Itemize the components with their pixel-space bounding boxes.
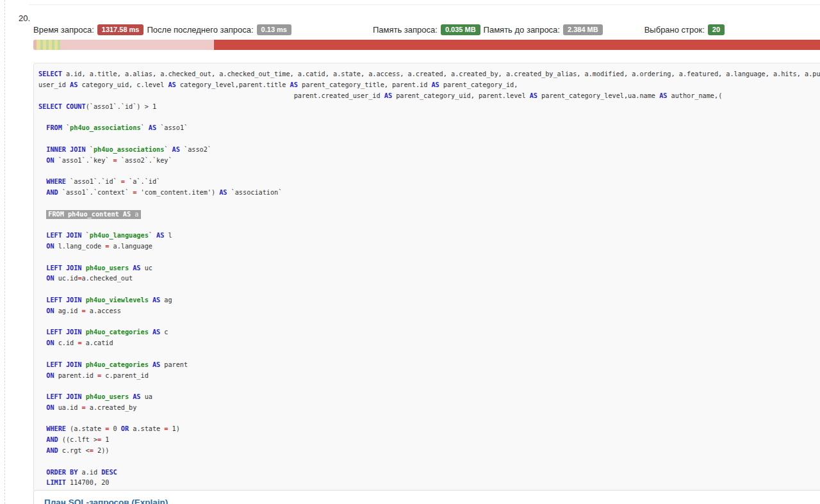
sql-line bbox=[38, 349, 820, 360]
metric: Время запроса:1317.58 ms bbox=[33, 24, 144, 35]
explain-panel: План SQL-запросов (Explain) bbox=[33, 490, 820, 504]
metric-badge: 2.384 MB bbox=[563, 24, 603, 35]
metrics-row: Время запроса:1317.58 msПосле последнего… bbox=[33, 24, 728, 35]
sql-line: LEFT JOIN `ph4uo_languages` AS l bbox=[38, 231, 820, 241]
sql-line: FROM `ph4uo_associations` AS `asso1` bbox=[38, 123, 820, 134]
sql-line bbox=[38, 252, 820, 263]
metric-label: После последнего запроса: bbox=[147, 25, 253, 35]
sql-code-block: SELECT a.id, a.title, a.alias, a.checked… bbox=[33, 63, 820, 492]
metric-badge: 0.13 ms bbox=[257, 24, 291, 35]
metric: Выбрано строк:20 bbox=[644, 24, 725, 35]
sql-line: parent.created_user_id AS parent_categor… bbox=[38, 91, 820, 102]
sql-line bbox=[38, 166, 820, 177]
sql-line: ON uc.id=a.checked_out bbox=[38, 273, 820, 284]
metric-label: Выбрано строк: bbox=[644, 25, 705, 35]
metric: Память запроса:0.035 MB bbox=[373, 24, 480, 35]
bar-segment bbox=[214, 40, 820, 50]
sql-line bbox=[38, 220, 820, 231]
sql-line bbox=[38, 284, 820, 295]
sql-line: ON `asso1`.`key` = `asso2`.`key` bbox=[38, 156, 820, 167]
sql-line: LEFT JOIN ph4uo_viewlevels AS ag bbox=[38, 295, 820, 306]
sql-line: AND ((c.lft >= 1 bbox=[38, 435, 820, 446]
sql-line: ORDER BY a.id DESC bbox=[38, 467, 820, 478]
sql-line: LEFT JOIN ph4uo_categories AS parent bbox=[38, 360, 820, 371]
sql-line: ON parent.id = c.parent_id bbox=[38, 371, 820, 382]
sql-line bbox=[38, 112, 820, 123]
sql-line bbox=[38, 414, 820, 425]
debug-query-entry: 20. Время запроса:1317.58 msПосле послед… bbox=[0, 0, 820, 504]
metric-label: Время запроса: bbox=[33, 25, 94, 35]
metric-label: Память запроса: bbox=[373, 25, 438, 35]
explain-toggle-link[interactable]: План SQL-запросов (Explain) bbox=[44, 498, 168, 504]
sql-line: AND c.rgt <= 2)) bbox=[38, 446, 820, 457]
sql-line bbox=[38, 457, 820, 467]
sql-line: SELECT COUNT(`asso1`.`id`) > 1 bbox=[38, 102, 820, 113]
sql-line bbox=[38, 134, 820, 145]
sql-line: ON ua.id = a.created_by bbox=[38, 403, 820, 414]
sql-line: LEFT JOIN ph4uo_categories AS c bbox=[38, 327, 820, 338]
timeline-bar bbox=[33, 40, 820, 50]
sql-line bbox=[38, 381, 820, 392]
sql-line: ON c.id = a.catid bbox=[38, 338, 820, 349]
sql-line: INNER JOIN `ph4uo_associations` AS `asso… bbox=[38, 145, 820, 156]
bar-segment bbox=[60, 40, 214, 50]
sql-line: SELECT a.id, a.title, a.alias, a.checked… bbox=[38, 69, 820, 80]
metric-badge: 1317.58 ms bbox=[97, 24, 144, 35]
entry-top-divider bbox=[29, 4, 820, 5]
sql-line: ON l.lang_code = a.language bbox=[38, 241, 820, 252]
metric: Память до запроса:2.384 MB bbox=[484, 24, 603, 35]
metric: После последнего запроса:0.13 ms bbox=[147, 24, 291, 35]
sql-line: WHERE `asso1`.`id` = `a`.`id` bbox=[38, 177, 820, 188]
query-number: 20. bbox=[19, 13, 30, 23]
sql-line: FROM ph4uo_content AS a bbox=[38, 209, 820, 220]
sql-line: LEFT JOIN ph4uo_users AS uc bbox=[38, 263, 820, 274]
sql-line: AND `asso1`.`context` = 'com_content.ite… bbox=[38, 188, 820, 199]
sql-line: LEFT JOIN ph4uo_users AS ua bbox=[38, 392, 820, 403]
sql-line: WHERE (a.state = 0 OR a.state = 1) bbox=[38, 424, 820, 435]
dashed-separator-line bbox=[4, 0, 5, 504]
sql-line: LIMIT 114700, 20 bbox=[38, 478, 820, 489]
sql-line bbox=[38, 199, 820, 209]
metric-badge: 0.035 MB bbox=[441, 24, 480, 35]
sql-line: ON ag.id = a.access bbox=[38, 306, 820, 317]
sql-line: user_id AS category_uid, c.level AS cate… bbox=[38, 80, 820, 91]
metric-label: Память до запроса: bbox=[484, 25, 560, 35]
sql-line bbox=[38, 317, 820, 328]
metric-badge: 20 bbox=[708, 24, 725, 35]
